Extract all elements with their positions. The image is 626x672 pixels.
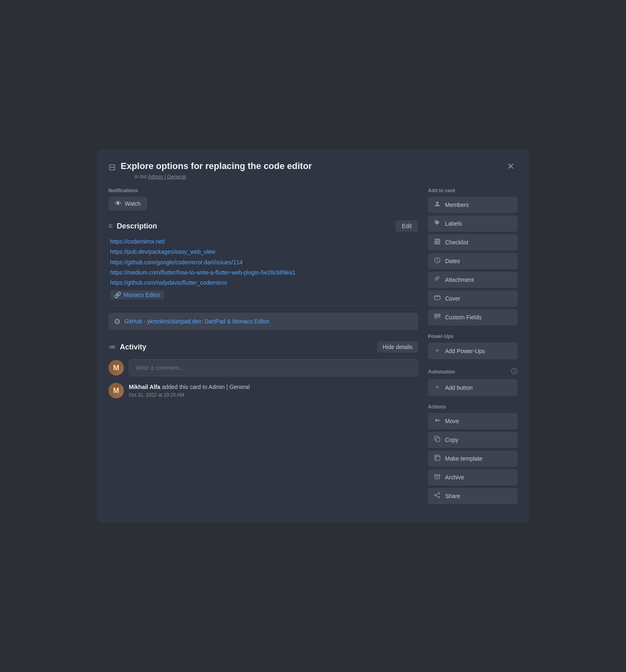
members-icon [434,201,441,209]
archive-icon [434,473,441,481]
actions-label: Actions [428,404,518,410]
checklist-icon [434,238,441,246]
in-list-label: in list [134,173,147,180]
cover-label: Cover [445,295,460,302]
desc-link-1[interactable]: https://codemirror.net/ [110,237,418,247]
checklist-label: Checklist [445,239,468,246]
members-label: Members [445,202,469,208]
avatar-image: M [108,360,124,376]
card-breadcrumb: in list Admin | General [134,173,312,180]
current-user-avatar: M [108,360,124,376]
svg-rect-5 [434,316,440,317]
comment-input[interactable] [129,359,418,376]
github-card[interactable]: ⊙ GitHub - ykmnkmi/dartpad.dev: DartPad … [108,313,418,330]
activity-section: ≔ Activity Hide details M M [108,341,418,398]
custom-fields-button[interactable]: Custom Fields [428,309,518,325]
automation-header: Automation ⓘ [428,362,518,376]
activity-icon: ≔ [108,343,116,351]
watch-button[interactable]: 👁 Watch [108,197,147,211]
eye-icon: 👁 [115,200,121,207]
card-modal: ⊟ Explore options for replacing the code… [97,149,529,523]
automation-info-icon[interactable]: ⓘ [511,367,518,376]
share-button[interactable]: Share [428,488,518,504]
svg-line-15 [436,494,438,495]
svg-point-13 [439,497,440,498]
divider [108,306,418,306]
add-automation-button[interactable]: + Add button [428,379,518,396]
activity-title-row: ≔ Activity [108,343,146,351]
copy-label: Copy [445,437,458,443]
right-column: Add to card Members Labels Checklist [428,188,518,507]
svg-point-14 [435,495,436,496]
activity-time: Oct 31, 2022 at 10:25 AM [129,392,250,398]
move-button[interactable]: Move [428,413,518,429]
monaco-label: Monaco Editor [123,292,160,298]
title-area: ⊟ Explore options for replacing the code… [108,160,312,180]
link-icon: 🔗 [114,292,121,298]
desc-link-3[interactable]: https://github.com/google/codemirror.dar… [110,257,418,268]
attachment-icon [434,276,441,284]
svg-rect-3 [434,296,440,297]
add-power-ups-icon: + [434,347,441,355]
activity-avatar-image: M [108,383,124,398]
activity-item-content: Mikhail Alfa added this card to Admin | … [129,383,250,398]
add-power-ups-button[interactable]: + Add Power-Ups [428,343,518,359]
archive-label: Archive [445,474,464,481]
activity-title: Activity [120,343,146,351]
notifications-section: Notifications 👁 Watch [108,188,418,211]
dates-label: Dates [445,258,460,264]
svg-point-12 [439,493,440,494]
description-icon: ≡ [108,222,113,231]
copy-button[interactable]: Copy [428,432,518,448]
edit-description-button[interactable]: Edit [395,220,418,232]
left-column: Notifications 👁 Watch ≡ Description Edit… [108,188,418,507]
hide-details-button[interactable]: Hide details [377,341,418,353]
dates-button[interactable]: Dates [428,253,518,269]
svg-rect-8 [435,455,440,461]
add-button-label: Add button [445,384,473,391]
description-section: ≡ Description Edit https://codemirror.ne… [108,220,418,330]
activity-item: M Mikhail Alfa added this card to Admin … [108,383,418,398]
automation-label: Automation [428,369,455,375]
github-icon: ⊙ [114,317,120,326]
archive-button[interactable]: Archive [428,469,518,485]
card-title: Explore options for replacing the code e… [121,160,312,172]
cover-button[interactable]: Cover [428,290,518,307]
description-content: https://codemirror.net/ https://pub.dev/… [108,237,418,299]
activity-user-avatar: M [108,383,124,398]
add-power-ups-label: Add Power-Ups [445,348,485,354]
description-title: Description [117,222,157,231]
card-type-icon: ⊟ [108,162,116,173]
cover-icon [434,294,441,303]
main-layout: Notifications 👁 Watch ≡ Description Edit… [108,188,518,507]
labels-label: Labels [445,220,462,227]
desc-link-4[interactable]: https://medium.com/flutter/how-to-write-… [110,268,418,278]
attachment-button[interactable]: Attachment [428,272,518,288]
close-button[interactable]: ✕ [504,160,518,173]
description-header: ≡ Description Edit [108,220,418,232]
activity-user: Mikhail Alfa [129,384,160,390]
share-icon [434,492,441,500]
make-template-label: Make template [445,455,483,462]
share-label: Share [445,493,460,499]
svg-rect-4 [434,314,440,315]
members-button[interactable]: Members [428,197,518,213]
activity-text: Mikhail Alfa added this card to Admin | … [129,383,250,391]
desc-link-2[interactable]: https://pub.dev/packages/easy_web_view [110,247,418,257]
make-template-button[interactable]: Make template [428,450,518,467]
move-icon [434,417,441,425]
notifications-label: Notifications [108,188,418,193]
checklist-button[interactable]: Checklist [428,234,518,250]
list-link[interactable]: Admin | General [148,173,186,180]
svg-rect-11 [435,475,440,476]
desc-link-5[interactable]: https://github.com/rodydavis/flutter_cod… [110,278,418,288]
activity-header: ≔ Activity Hide details [108,341,418,353]
make-template-icon [434,455,441,463]
svg-rect-6 [434,318,438,319]
activity-action: added this card to Admin | General [162,384,249,390]
github-card-label: GitHub - ykmnkmi/dartpad.dev: DartPad & … [124,318,271,325]
monaco-badge[interactable]: 🔗 Monaco Editor [110,290,164,299]
svg-rect-7 [436,438,440,441]
labels-button[interactable]: Labels [428,215,518,232]
svg-line-16 [436,496,438,497]
